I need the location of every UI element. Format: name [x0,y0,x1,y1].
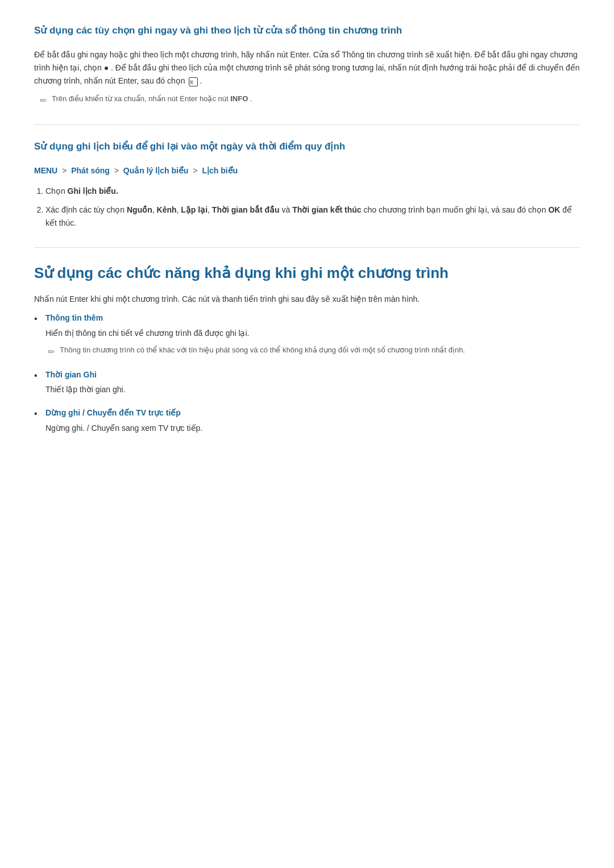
section-1-body2: . Để bắt đầu ghi theo lịch của một chươn… [34,63,580,85]
section-1-body3: . [200,76,202,85]
section-3: Sử dụng các chức năng khả dụng khi ghi m… [34,261,580,435]
icon-square-symbol [188,76,198,85]
breadcrumb-menu: MENU [34,166,57,175]
pencil-icon: ✏ [40,94,47,107]
divider-1 [34,124,580,125]
section-1-body: Để bắt đầu ghi ngay hoặc ghi theo lịch m… [34,48,580,88]
breadcrumb-sep2: > [114,166,119,175]
bullet-3-body: Ngừng ghi. / Chuyển sang xem TV trực tiế… [45,422,580,435]
section-2: Sử dụng ghi lịch biểu để ghi lại vào một… [34,139,580,230]
bullet-item-3: Dừng ghi / Chuyển đến TV trực tiếp Ngừng… [34,406,580,434]
bullet-2-title: Thời gian Ghi [45,368,580,381]
section-1-title: Sử dụng các tùy chọn ghi ngay và ghi the… [34,23,580,40]
pencil-icon-2: ✏ [48,345,55,358]
breadcrumb-sep1: > [62,166,67,175]
section-1-note-text: Trên điều khiển từ xa chuẩn, nhấn nút En… [52,93,252,105]
section-3-title: Sử dụng các chức năng khả dụng khi ghi m… [34,261,580,285]
steps-list: Chọn Ghi lịch biểu. Xác định các tùy chọ… [45,185,580,230]
bullet-1-subnote-text: Thông tin chương trình có thể khác với t… [60,344,465,356]
bullet-item-1: Thông tin thêm Hiển thị thông tin chi ti… [34,312,580,358]
bullet-1-subnote: ✏ Thông tin chương trình có thể khác với… [48,344,580,358]
breadcrumb-item2: Quản lý lịch biểu [123,166,189,175]
features-list: Thông tin thêm Hiển thị thông tin chi ti… [34,312,580,435]
breadcrumb-item3: Lịch biểu [202,166,238,175]
bullet-1-title: Thông tin thêm [45,312,580,324]
section-2-title: Sử dụng ghi lịch biểu để ghi lại vào một… [34,139,580,156]
step-1: Chọn Ghi lịch biểu. [45,185,580,198]
bullet-item-2: Thời gian Ghi Thiết lập thời gian ghi. [34,368,580,396]
dot-bullet-symbol: ● [104,63,109,72]
step-2: Xác định các tùy chọn Nguồn, Kênh, Lặp l… [45,203,580,230]
bullet-2-body: Thiết lập thời gian ghi. [45,383,580,396]
breadcrumb-item1: Phát sóng [71,166,110,175]
section-3-intro: Nhấn nút Enter khi ghi một chương trình.… [34,293,580,306]
section-1-note: ✏ Trên điều khiển từ xa chuẩn, nhấn nút … [40,93,580,107]
breadcrumb-sep3: > [193,166,197,175]
note-bold: INFO [230,94,248,103]
bullet-3-title: Dừng ghi / Chuyển đến TV trực tiếp [45,406,580,419]
bullet-1-body: Hiển thị thông tin chi tiết về chương tr… [45,327,580,340]
section-1: Sử dụng các tùy chọn ghi ngay và ghi the… [34,23,580,107]
divider-2 [34,247,580,248]
breadcrumb: MENU > Phát sóng > Quản lý lịch biểu > L… [34,164,580,177]
